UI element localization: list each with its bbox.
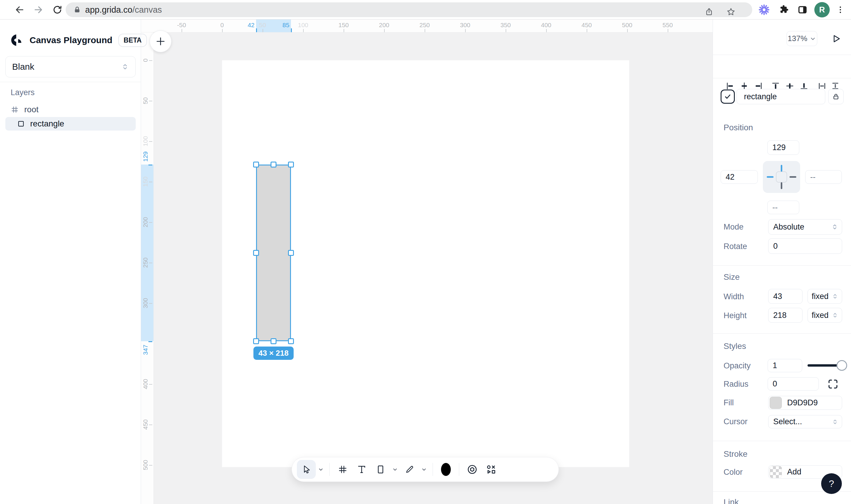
selection-handle[interactable] [288,338,294,344]
height-mode-select[interactable]: fixed [807,308,842,323]
ruler-tick-label: 100 [142,136,149,146]
height-input[interactable]: 218 [768,308,802,323]
opacity-value: 1 [772,361,777,370]
ruler-tick [506,29,506,32]
width-input[interactable]: 43 [768,289,802,304]
selection-handle[interactable] [271,162,276,167]
address-bar[interactable]: app.grida.co/canvas [66,2,752,17]
fill-field[interactable]: D9D9D9 [768,396,842,410]
position-right-input[interactable]: -- [805,170,842,184]
text-tool-icon [357,465,366,474]
chevron-down-icon [318,467,324,472]
cursor-tool-button[interactable] [297,460,316,479]
radius-input[interactable]: 0 [768,377,819,391]
chevron-updown-icon [832,293,838,300]
zoom-control[interactable]: 137% [786,31,817,46]
draw-tool-menu[interactable] [419,460,429,479]
help-button[interactable]: ? [821,473,842,494]
ai-assistant-button[interactable] [463,460,482,479]
anchor-center-box[interactable] [776,172,787,183]
anchor-bottom-tick[interactable] [781,182,782,189]
anchor-right-tick[interactable] [789,176,796,178]
node-active-checkbox[interactable] [720,90,735,104]
playground-games-button[interactable] [482,460,501,479]
layer-row-rectangle[interactable]: rectangle [5,117,136,130]
browser-reload-button[interactable] [50,3,65,17]
position-bottom-value: -- [772,203,778,212]
selection-handle[interactable] [253,250,259,256]
ruler-tick-label: 500 [142,460,149,470]
ruler-selection-label: 42 [247,22,254,29]
radius-label: Radius [724,380,748,389]
ruler-tick-label: 400 [142,379,149,389]
ruler-tick-label: 150 [338,22,349,29]
anchor-top-tick[interactable] [781,165,782,172]
ruler-tick [627,29,628,32]
selection-handle[interactable] [271,338,276,344]
canvas-stage[interactable]: 43 × 218 -500501001502002503003504004505… [141,19,713,504]
pixel-grid-tool-button[interactable] [333,460,352,479]
help-label: ? [829,478,834,489]
position-bottom-input[interactable]: -- [767,201,799,214]
extensions-menu-button[interactable] [777,3,791,17]
avatar-initial: R [819,5,825,15]
browser-forward-button[interactable] [31,3,46,17]
fill-hex-value: D9D9D9 [787,398,818,408]
browser-menu-button[interactable] [833,3,848,17]
selected-rectangle-node[interactable] [256,165,291,341]
selection-handle[interactable] [253,162,259,167]
app-title: Canvas Playground [30,35,112,45]
selection-handle[interactable] [253,338,259,344]
selection-handle[interactable] [288,250,294,256]
rotate-input[interactable]: 0 [768,238,842,254]
lock-node-button[interactable] [828,89,844,104]
extension-button[interactable] [757,3,771,17]
position-x-input[interactable]: 42 [720,170,758,184]
ruler-tick-label: 350 [500,22,511,29]
mode-select[interactable]: Absolute [768,219,842,235]
ruler-tick [149,60,152,61]
height-value: 218 [773,311,786,320]
position-anchor-widget[interactable] [763,161,800,193]
share-button[interactable] [702,5,716,19]
corner-radius-button[interactable] [827,378,839,390]
pencil-tool-button[interactable] [400,460,419,479]
profile-avatar[interactable]: R [814,2,830,17]
opacity-slider-thumb[interactable] [836,360,847,371]
rectangle-tool-button[interactable] [371,460,390,479]
bookmark-button[interactable] [724,5,738,19]
ruler-tick-label: 200 [379,22,389,29]
preview-play-button[interactable] [831,33,842,44]
ruler-tick [149,263,152,263]
cursor-select[interactable]: Select... [768,415,842,428]
ruler-tick [424,29,425,32]
inspector-divider [713,78,851,78]
pencil-icon [405,465,414,474]
fill-label: Fill [724,398,734,408]
insert-node-button[interactable] [150,31,172,52]
fill-color-swatch[interactable] [770,397,782,409]
browser-back-button[interactable] [13,3,27,17]
chevron-updown-icon [832,419,838,425]
template-select[interactable]: Blank [5,56,136,77]
layer-row-root[interactable]: root [5,103,136,116]
ellipse-tool-button[interactable] [436,460,455,479]
side-panel-button[interactable] [795,3,810,17]
width-mode-select[interactable]: fixed [807,289,842,304]
text-tool-button[interactable] [352,460,371,479]
ruler-tick [149,182,152,182]
selection-handle[interactable] [288,162,294,167]
anchor-left-tick[interactable] [767,176,774,178]
ruler-tick [344,29,344,32]
position-y-input[interactable]: 129 [767,140,799,155]
node-name-input[interactable]: rectangle [736,89,825,104]
toolbar-divider [459,463,459,476]
opacity-input[interactable]: 1 [768,359,802,372]
rotate-label: Rotate [724,242,747,251]
shape-tool-menu[interactable] [390,460,400,479]
cursor-tool-menu[interactable] [316,460,326,479]
grid-hash-icon [338,465,347,474]
asterisk-extension-icon [758,4,770,16]
chevron-updown-icon [831,223,838,230]
lock-icon [832,93,840,101]
